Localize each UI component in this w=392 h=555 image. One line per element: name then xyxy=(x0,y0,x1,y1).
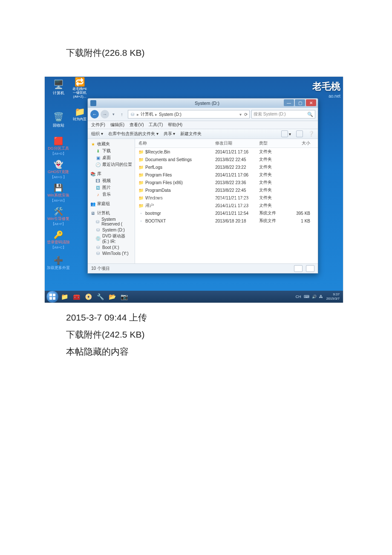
addr-dropdown-icon[interactable]: ▾ xyxy=(239,112,242,117)
taskbar-app-explorer[interactable]: 📁 xyxy=(60,292,69,301)
column-header-name[interactable]: 名称 xyxy=(135,139,212,148)
shortcut-more[interactable]: ➕ 加载更多外置 xyxy=(46,256,71,271)
sidebar-item-recent[interactable]: 🕘最近访问的位置 xyxy=(88,161,135,168)
window-close-button[interactable]: ✕ xyxy=(306,99,316,106)
include-in-library-button[interactable]: 在库中包含所选的文件夹 ▾ xyxy=(108,131,159,137)
nav-up-button[interactable]: ↑ xyxy=(118,110,126,119)
address-bar[interactable]: ⛁ ▸ 计算机 ▸ System (D:) ▾ ⟳ xyxy=(128,110,250,119)
svg-rect-1 xyxy=(53,294,55,296)
tray-icon-volume[interactable]: 🔊 xyxy=(312,295,317,299)
icons-view-button[interactable] xyxy=(306,265,314,272)
menu-view[interactable]: 查看(V) xyxy=(130,122,144,128)
column-header-date[interactable]: 修改日期 xyxy=(212,139,256,148)
folder-icon: 📁 xyxy=(138,203,144,208)
ime-indicator[interactable]: CH xyxy=(296,295,301,299)
search-input[interactable]: 搜索 System (D:) 🔍 xyxy=(251,110,315,119)
table-row[interactable]: 📁PerfLogs2013/8/22 23:22文件夹 xyxy=(135,163,318,171)
sidebar-item-dvd[interactable]: 💿DVD 驱动器 (E:) IR: xyxy=(88,233,135,244)
taskbar-app-3[interactable]: 🔧 xyxy=(95,292,105,301)
sidebar-label: DVD 驱动器 (E:) IR: xyxy=(102,233,132,244)
hidden-content-heading: 本帖隐藏的内容 xyxy=(66,343,129,360)
breadcrumb[interactable]: 计算机 xyxy=(141,111,153,117)
table-row[interactable]: 📁$Recycle.Bin2014/11/21 17:16文件夹 xyxy=(135,148,318,156)
table-row[interactable]: 📁Windows2014/11/21 17:23文件夹 xyxy=(135,194,318,202)
taskbar-app-4[interactable]: 📂 xyxy=(107,292,117,301)
table-row[interactable]: 📁ProgramData2013/8/22 22:45文件夹 xyxy=(135,186,318,194)
sidebar-item-wimtools[interactable]: ⛁WimTools (Y:) xyxy=(88,250,135,256)
sidebar-group-libraries[interactable]: 📚库 xyxy=(88,171,135,177)
file-name: 用户 xyxy=(145,202,154,208)
sidebar-label: WimTools (Y:) xyxy=(102,251,129,256)
sidebar-group-homegroup[interactable]: 👥家庭组 xyxy=(88,200,135,207)
taskbar-app-1[interactable]: 🧰 xyxy=(72,292,81,301)
taskbar-app-5[interactable]: 📷 xyxy=(119,292,129,301)
refresh-button[interactable]: ⟳ xyxy=(244,112,248,117)
menu-tools[interactable]: 工具(T) xyxy=(149,122,163,128)
desktop-icon-pe-installer[interactable]: 🔁 老毛桃PE一键装机(Alt+Z)... xyxy=(71,77,88,98)
sidebar-item-system-reserved[interactable]: ⛁System Reserved ( xyxy=(88,217,135,227)
table-row[interactable]: 📁Documents and Settings2013/8/22 22:45文件… xyxy=(135,156,318,163)
shortcut-dg[interactable]: 🟥 DG分区工具 【Alt+D】 xyxy=(46,136,71,156)
shortcut-pwd[interactable]: 🔑 登录密码清除 【Alt+C】 xyxy=(46,230,71,250)
table-row[interactable]: ▫bootmgr2014/11/21 12:54系统文件395 KB xyxy=(135,209,318,217)
window-minimize-button[interactable]: — xyxy=(284,99,294,106)
nav-history-dropdown[interactable]: ▾ xyxy=(111,110,116,119)
file-size xyxy=(285,202,318,209)
table-row[interactable]: 📁用户2014/11/21 17:23文件夹 xyxy=(135,202,318,209)
sidebar-item-desktop[interactable]: ▣桌面 xyxy=(88,154,135,161)
table-row[interactable]: 📁Program Files (x86)2013/8/22 23:36文件夹 xyxy=(135,179,318,186)
desktop-label: 计算机 xyxy=(53,91,64,95)
share-button[interactable]: 共享 ▾ xyxy=(164,131,176,137)
details-view-button[interactable] xyxy=(294,265,303,272)
help-button[interactable]: ❔ xyxy=(308,131,314,137)
sidebar-item-system-d[interactable]: ⛁System (D:) xyxy=(88,227,135,233)
window-maximize-button[interactable]: ▢ xyxy=(295,99,305,106)
view-mode-button[interactable]: ▾ xyxy=(281,130,291,137)
file-date: 2013/8/22 23:22 xyxy=(212,163,256,171)
desktop-icon-recycle[interactable]: 🗑️ 回收站 xyxy=(46,109,71,130)
start-button[interactable] xyxy=(46,291,58,303)
sidebar-item-downloads[interactable]: ⬇下载 xyxy=(88,147,135,154)
nav-forward-button[interactable]: → xyxy=(101,110,109,119)
download-attachment-link[interactable]: 下载附件(226.8 KB) xyxy=(66,47,144,59)
sidebar-label: 音乐 xyxy=(102,191,111,197)
nav-back-button[interactable]: ← xyxy=(90,110,99,119)
tray-icon-keyboard[interactable]: ⌨ xyxy=(304,295,309,299)
shortcut-ghost[interactable]: 👻 GHOST克隆 【Alt+G 】 xyxy=(46,160,71,179)
download-attachment-link-2[interactable]: 下载附件(242.5 KB) xyxy=(66,326,144,343)
sidebar-group-favorites[interactable]: ★收藏夹 xyxy=(88,141,135,147)
file-type: 系统文件 xyxy=(256,217,285,225)
menu-help[interactable]: 帮助(H) xyxy=(168,122,182,128)
taskbar-app-2[interactable]: 📀 xyxy=(84,292,93,301)
menu-edit[interactable]: 编辑(E) xyxy=(110,122,124,128)
file-name: Program Files (x86) xyxy=(145,180,183,185)
menu-file[interactable]: 文件(F) xyxy=(91,122,105,128)
sidebar-label: 桌面 xyxy=(102,155,111,161)
file-type: 文件夹 xyxy=(256,163,285,171)
desktop-icon-computer[interactable]: 🖥️ 计算机 xyxy=(46,77,71,97)
table-row[interactable]: ▫BOOTNXT2013/6/18 20:18系统文件1 KB xyxy=(135,217,318,225)
column-header-size[interactable]: 大小 xyxy=(285,139,318,148)
sidebar-group-computer[interactable]: 🖥计算机 xyxy=(88,210,135,217)
preview-pane-button[interactable] xyxy=(296,130,303,137)
sidebar-item-boot-x[interactable]: ⛁Boot (X:) xyxy=(88,244,135,250)
window-titlebar[interactable]: System (D:) — ▢ ✕ xyxy=(88,98,318,108)
windows-logo-icon xyxy=(49,294,55,300)
desktop-icon-trans[interactable]: 📁 转为内置 xyxy=(71,107,88,121)
shortcut-hotkey: 【Alt+G 】 xyxy=(46,175,71,179)
breadcrumb[interactable]: System (D:) xyxy=(159,112,182,117)
shortcut-winsys[interactable]: 💾 Win系统安装 【Alt+W】 xyxy=(46,183,71,203)
sidebar-item-pictures[interactable]: 🖼图片 xyxy=(88,184,135,191)
shortcut-winboot[interactable]: 🛠️ Win引导修复 【Alt+F】 xyxy=(46,207,71,226)
new-folder-button[interactable]: 新建文件夹 xyxy=(180,131,202,137)
picture-icon: 🖼 xyxy=(95,185,101,190)
download-icon: ⬇ xyxy=(95,148,101,153)
file-type: 文件夹 xyxy=(256,194,285,202)
tray-icon-network[interactable]: 🖧 xyxy=(319,295,323,299)
taskbar-clock[interactable]: 9:37 2015/3/7 xyxy=(326,292,341,301)
sidebar-item-videos[interactable]: 🎞视频 xyxy=(88,177,135,184)
organize-button[interactable]: 组织 ▾ xyxy=(91,131,103,137)
column-header-type[interactable]: 类型 xyxy=(256,139,285,148)
table-row[interactable]: 📁Program Files2014/11/21 17:06文件夹 xyxy=(135,171,318,179)
sidebar-item-music[interactable]: ♪音乐 xyxy=(88,191,135,198)
